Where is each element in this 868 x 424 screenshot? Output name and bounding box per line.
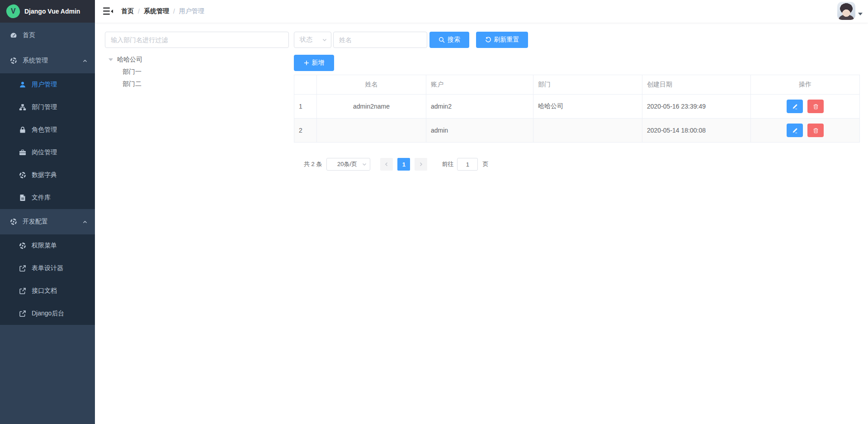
lock-icon: [19, 126, 26, 133]
sidebar: V Django Vue Admin 首页 系统管理 用户管理: [0, 0, 95, 424]
cell-account: admin2: [426, 95, 533, 119]
caret-down-icon: [108, 58, 113, 61]
page-size-select[interactable]: 20条/页: [326, 158, 370, 171]
cell-name: [317, 119, 426, 143]
column-header-dept: 部门: [533, 75, 642, 95]
cell-actions: [751, 119, 860, 143]
sidebar-item-role-management[interactable]: 角色管理: [0, 119, 95, 141]
sidebar-item-user-management[interactable]: 用户管理: [0, 73, 95, 96]
page-number-current[interactable]: 1: [397, 158, 410, 171]
pagination: 共 2 条 20条/页 1 前往 页: [294, 158, 488, 171]
users-table: 姓名 账户 部门 创建日期 操作 1 admin2name admin2 哈哈公…: [294, 75, 860, 143]
dict-icon: [19, 172, 26, 179]
sidebar-item-system-management[interactable]: 系统管理: [0, 48, 95, 73]
sidebar-item-label: 角色管理: [32, 126, 57, 134]
chevron-up-icon: [82, 58, 88, 63]
page-unit-label: 页: [482, 160, 488, 168]
sidebar-item-label: 首页: [23, 31, 35, 39]
cell-created: 2020-05-16 23:39:49: [642, 95, 751, 119]
cell-name: admin2name: [317, 95, 426, 119]
breadcrumb-separator: /: [173, 8, 175, 15]
system-icon: [10, 57, 17, 64]
breadcrumb-separator: /: [138, 8, 140, 15]
tree-node-label: 部门二: [123, 80, 142, 88]
external-link-icon: [19, 265, 26, 272]
logo-icon: V: [5, 4, 21, 19]
sidebar-toggle-button[interactable]: [103, 7, 113, 15]
column-header-index: [294, 75, 317, 95]
sidebar-item-post-management[interactable]: 岗位管理: [0, 141, 95, 164]
sidebar-item-label: 开发配置: [23, 218, 48, 226]
column-header-created: 创建日期: [642, 75, 751, 95]
sidebar-item-label: 文件库: [32, 194, 51, 202]
total-count: 共 2 条: [304, 160, 322, 168]
delete-button[interactable]: [807, 124, 824, 137]
dept-filter-input[interactable]: [105, 32, 289, 48]
add-button[interactable]: 新增: [294, 55, 334, 71]
submenu-system-management: 用户管理 部门管理 角色管理 岗位管理: [0, 73, 95, 209]
external-link-icon: [19, 310, 26, 317]
dashboard-icon: [10, 32, 17, 39]
sidebar-item-label: 权限菜单: [32, 242, 57, 250]
breadcrumb-item-system[interactable]: 系统管理: [144, 7, 169, 15]
search-icon: [439, 37, 445, 43]
sidebar-item-home[interactable]: 首页: [0, 23, 95, 48]
submenu-dev-config: 权限菜单 表单设计器 接口文档 Django后台: [0, 234, 95, 325]
sidebar-item-file-library[interactable]: 文件库: [0, 186, 95, 209]
sidebar-item-dept-management[interactable]: 部门管理: [0, 96, 95, 119]
sidebar-item-label: 表单设计器: [32, 264, 63, 272]
goto-label: 前往: [442, 160, 453, 168]
status-select[interactable]: 状态: [294, 32, 331, 48]
next-page-button[interactable]: [415, 158, 427, 171]
sidebar-item-label: 部门管理: [32, 103, 57, 111]
edit-pencil-icon: [792, 104, 798, 110]
edit-button[interactable]: [787, 124, 803, 137]
breadcrumb: 首页 / 系统管理 / 用户管理: [121, 0, 204, 23]
delete-button[interactable]: [807, 100, 824, 113]
cell-dept: [533, 119, 642, 143]
app-logo[interactable]: V Django Vue Admin: [0, 0, 95, 23]
user-avatar-dropdown[interactable]: [837, 2, 863, 20]
file-icon: [19, 194, 26, 201]
app-title: Django Vue Admin: [24, 8, 80, 15]
dept-tree: 哈哈公司 部门一 部门二: [105, 53, 289, 90]
search-button[interactable]: 搜索: [429, 32, 469, 48]
sidebar-item-form-designer[interactable]: 表单设计器: [0, 257, 95, 280]
sidebar-item-data-dict[interactable]: 数据字典: [0, 164, 95, 186]
name-filter-input[interactable]: [333, 32, 427, 48]
sidebar-item-label: Django后台: [32, 310, 64, 318]
avatar[interactable]: [837, 2, 855, 20]
caret-down-icon: [858, 13, 863, 15]
tree-node-root[interactable]: 哈哈公司: [105, 53, 289, 66]
user-icon: [19, 81, 26, 88]
briefcase-icon: [19, 149, 26, 156]
cell-index: 1: [294, 95, 317, 119]
sidebar-item-permission-menu[interactable]: 权限菜单: [0, 234, 95, 257]
sidebar-item-api-docs[interactable]: 接口文档: [0, 280, 95, 302]
sidebar-item-label: 系统管理: [23, 57, 48, 65]
goto-page-input[interactable]: [457, 158, 478, 171]
cell-dept: 哈哈公司: [533, 95, 642, 119]
chevron-up-icon: [82, 219, 88, 224]
sidebar-item-dev-config[interactable]: 开发配置: [0, 209, 95, 234]
permission-icon: [19, 242, 26, 249]
sidebar-item-django-admin[interactable]: Django后台: [0, 302, 95, 325]
edit-button[interactable]: [787, 100, 803, 113]
tree-node-child[interactable]: 部门二: [105, 78, 289, 90]
refresh-reset-button[interactable]: 刷新重置: [476, 32, 528, 48]
sidebar-item-label: 用户管理: [32, 81, 57, 89]
cell-account: admin: [426, 119, 533, 143]
plus-icon: [304, 60, 309, 66]
tree-node-child[interactable]: 部门一: [105, 66, 289, 78]
tree-node-label: 哈哈公司: [117, 56, 142, 64]
breadcrumb-item-current: 用户管理: [179, 7, 204, 15]
external-link-icon: [19, 287, 26, 295]
column-header-name: 姓名: [317, 75, 426, 95]
table-row: 1 admin2name admin2 哈哈公司 2020-05-16 23:3…: [294, 95, 860, 119]
chevron-down-icon: [322, 37, 327, 43]
trash-icon: [813, 128, 819, 133]
chevron-right-icon: [419, 162, 423, 167]
prev-page-button[interactable]: [380, 158, 393, 171]
breadcrumb-item-home[interactable]: 首页: [121, 7, 134, 15]
sidebar-item-label: 岗位管理: [32, 148, 57, 157]
